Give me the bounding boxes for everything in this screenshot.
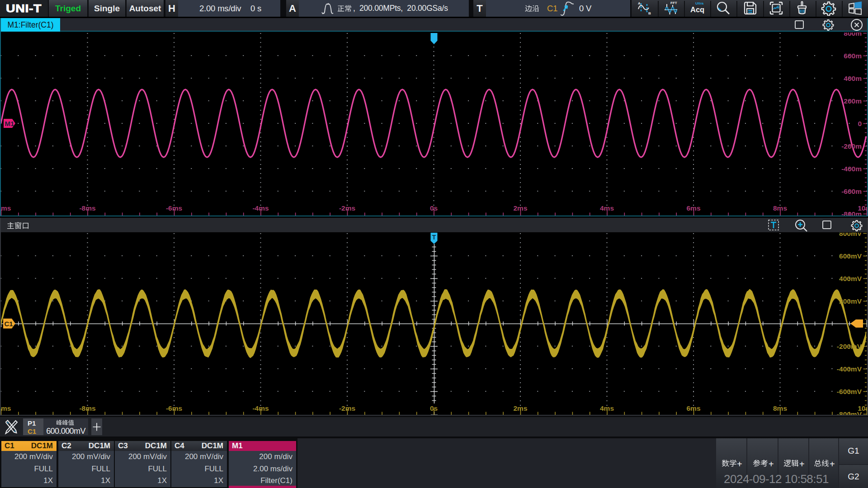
svg-text:-4ms: -4ms bbox=[252, 204, 269, 212]
svg-text:-6ms: -6ms bbox=[166, 404, 182, 412]
svg-text:T: T bbox=[432, 234, 436, 241]
svg-text:2ms: 2ms bbox=[513, 204, 527, 212]
svg-text:400mV: 400mV bbox=[839, 275, 862, 282]
svg-text:-10ms: -10ms bbox=[1, 404, 11, 412]
svg-text:-200mV: -200mV bbox=[837, 343, 862, 350]
svg-text:0s: 0s bbox=[430, 404, 438, 412]
svg-text:-8ms: -8ms bbox=[79, 404, 95, 412]
svg-text:6ms: 6ms bbox=[686, 204, 700, 212]
svg-text:-2ms: -2ms bbox=[339, 404, 355, 412]
svg-text:Acq: Acq bbox=[690, 5, 704, 14]
svg-text:C1: C1 bbox=[5, 320, 13, 328]
svg-text:4ms: 4ms bbox=[600, 204, 614, 212]
svg-text:A: A bbox=[638, 1, 641, 5]
svg-text:800mV: 800mV bbox=[839, 233, 862, 237]
svg-text:M1: M1 bbox=[5, 120, 14, 127]
svg-text:FFT: FFT bbox=[670, 1, 677, 5]
svg-text:2ms: 2ms bbox=[513, 404, 527, 412]
svg-text:10ms: 10ms bbox=[858, 204, 867, 212]
svg-text:Ultra: Ultra bbox=[695, 1, 704, 5]
svg-text:-10ms: -10ms bbox=[1, 204, 11, 212]
svg-text:-600mV: -600mV bbox=[837, 388, 862, 395]
svg-text:-200m: -200m bbox=[841, 142, 862, 150]
svg-text:6ms: 6ms bbox=[686, 404, 700, 412]
svg-text:-6ms: -6ms bbox=[166, 204, 182, 212]
svg-text:4ms: 4ms bbox=[600, 404, 614, 412]
svg-text:10ms: 10ms bbox=[858, 404, 867, 412]
svg-text:400m: 400m bbox=[844, 75, 862, 82]
svg-text:-4ms: -4ms bbox=[252, 404, 269, 412]
svg-text:8ms: 8ms bbox=[773, 204, 787, 212]
svg-text:0: 0 bbox=[858, 120, 862, 127]
svg-text:800m: 800m bbox=[844, 33, 862, 37]
svg-text:-600m: -600m bbox=[841, 188, 862, 195]
svg-text:-2ms: -2ms bbox=[339, 204, 355, 212]
svg-text:-8ms: -8ms bbox=[79, 204, 95, 212]
svg-text:600mV: 600mV bbox=[839, 252, 862, 260]
svg-text:200mV: 200mV bbox=[839, 297, 862, 305]
svg-text:200m: 200m bbox=[844, 97, 862, 105]
svg-text:8ms: 8ms bbox=[773, 404, 787, 412]
svg-text:-400mV: -400mV bbox=[837, 365, 862, 373]
svg-text:B: B bbox=[648, 11, 651, 15]
svg-text:-400m: -400m bbox=[841, 165, 862, 173]
svg-text:0s: 0s bbox=[430, 204, 438, 212]
svg-text:600m: 600m bbox=[844, 52, 862, 60]
